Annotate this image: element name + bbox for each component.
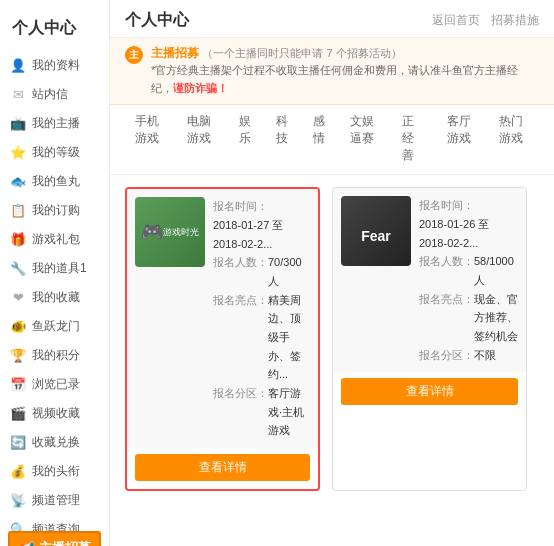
notice-content: *官方经典主播架个过程不收取主播任何佣金和费用，请认准斗鱼官方主播经纪，谨防诈骗… (151, 62, 539, 97)
notice-text: *官方经典主播架个过程不收取主播任何佣金和费用，请认准斗鱼官方主播经纪，谨防诈骗… (151, 64, 518, 94)
fish2-icon: 🐠 (10, 319, 26, 335)
sidebar-item-my-fish[interactable]: 🐟 我的鱼丸 (0, 167, 109, 196)
order-icon: 📋 (10, 203, 26, 219)
sidebar-item-video[interactable]: 🎬 视频收藏 (0, 399, 109, 428)
card2-thumb: Fear (341, 196, 411, 266)
page-title: 个人中心 (125, 10, 189, 31)
sidebar-label: 游戏礼包 (32, 231, 80, 248)
label-recruit-time: 报名时间： (213, 197, 268, 216)
sidebar-label: 我的等级 (32, 144, 80, 161)
notice-bar: 主 主播招募 （一个主播同时只能申请 7 个招募活动） *官方经典主播架个过程不… (110, 38, 554, 105)
sidebar-item-order[interactable]: 📋 我的订购 (0, 196, 109, 225)
sidebar-label: 我的订购 (32, 202, 80, 219)
notice-subtitle: （一个主播同时只能申请 7 个招募活动） (202, 47, 401, 59)
card2-count: 58/1000 人 (474, 252, 518, 289)
sidebar-label: 浏览已录 (32, 376, 80, 393)
video-icon: 🎬 (10, 406, 26, 422)
main-header: 个人中心 返回首页 招募措施 (110, 0, 554, 38)
sidebar-item-my-tool[interactable]: 🔧 我的道具1 (0, 254, 109, 283)
sidebar-label: 视频收藏 (32, 405, 80, 422)
label-features2: 报名亮点： (419, 290, 474, 346)
sidebar-title: 个人中心 (0, 10, 109, 51)
sidebar-item-profile[interactable]: 👤 我的资料 (0, 51, 109, 80)
sidebar-item-history[interactable]: 📅 浏览已录 (0, 370, 109, 399)
card1-division: 客厅游戏·主机游戏 (268, 384, 310, 440)
history-icon: 📅 (10, 377, 26, 393)
sidebar-item-wallet[interactable]: 💰 我的头衔 (0, 457, 109, 486)
anchor-label: 主播招募 (39, 539, 91, 546)
card1-detail-button[interactable]: 查看详情 (135, 454, 310, 481)
star-icon: ⭐ (10, 145, 26, 161)
sidebar-label: 我的收藏 (32, 289, 80, 306)
card2-division: 不限 (474, 346, 496, 365)
sidebar-item-fish-door[interactable]: 🐠 鱼跃龙门 (0, 312, 109, 341)
card1-recruit-time: 2018-01-27 至 2018-02-2... (213, 216, 310, 253)
label-division: 报名分区： (213, 384, 268, 440)
recruit-link[interactable]: 招募措施 (491, 13, 539, 27)
card2-thumb-text: Fear (361, 228, 391, 244)
tab-tech[interactable]: 科技 (266, 105, 301, 174)
tab-guest[interactable]: 客厅游戏 (437, 105, 487, 174)
anchor-recruit-button[interactable]: 📢 主播招募 (8, 531, 101, 546)
back-home-link[interactable]: 返回首页 (432, 13, 480, 27)
mail-icon: ✉ (10, 87, 26, 103)
card1-image-row: 🎮 游戏时光 报名时间： 2018-01-27 至 2018-02-2... 报… (127, 189, 318, 448)
heart-icon: ❤ (10, 290, 26, 306)
channel-icon: 📡 (10, 493, 26, 509)
sidebar-label: 站内信 (32, 86, 68, 103)
sidebar: 个人中心 👤 我的资料 ✉ 站内信 📺 我的主播 ⭐ 我的等级 🐟 我的鱼丸 📋… (0, 0, 110, 546)
main-content: 个人中心 返回首页 招募措施 主 主播招募 （一个主播同时只能申请 7 个招募活… (110, 0, 554, 546)
sidebar-label: 频道管理 (32, 492, 80, 509)
sidebar-label: 我的主播 (32, 115, 80, 132)
notice-highlight: 谨防诈骗！ (173, 82, 228, 94)
card2-footer: 查看详情 (333, 372, 526, 413)
tab-emotion[interactable]: 感情 (303, 105, 338, 174)
sidebar-item-channel-manage[interactable]: 📡 频道管理 (0, 486, 109, 515)
card1-footer: 查看详情 (127, 448, 318, 489)
card2-recruit-time: 2018-01-26 至 2018-02-2... (419, 215, 518, 252)
sidebar-item-my-level[interactable]: ⭐ 我的等级 (0, 138, 109, 167)
swap-icon: 🔄 (10, 435, 26, 451)
tab-hot[interactable]: 热门游戏 (489, 105, 539, 174)
tab-official[interactable]: 正经善 (392, 105, 435, 174)
tab-mobile[interactable]: 手机游戏 (125, 105, 175, 174)
cards-area: 🎮 游戏时光 报名时间： 2018-01-27 至 2018-02-2... 报… (110, 175, 554, 503)
sidebar-item-my-anchor[interactable]: 📺 我的主播 (0, 109, 109, 138)
sidebar-label: 我的道具1 (32, 260, 87, 277)
trophy-icon: 🏆 (10, 348, 26, 364)
sidebar-item-internal[interactable]: ✉ 站内信 (0, 80, 109, 109)
label-features: 报名亮点： (213, 291, 268, 384)
label-recruit-count: 报名人数： (213, 253, 268, 290)
sidebar-item-score[interactable]: 🏆 我的积分 (0, 341, 109, 370)
card1-info: 报名时间： 2018-01-27 至 2018-02-2... 报名人数：70/… (213, 197, 310, 440)
sidebar-label: 我的资料 (32, 57, 80, 74)
tab-pc[interactable]: 电脑游戏 (177, 105, 227, 174)
tool-icon: 🔧 (10, 261, 26, 277)
sidebar-label: 我的鱼丸 (32, 173, 80, 190)
sidebar-item-my-follow[interactable]: ❤ 我的收藏 (0, 283, 109, 312)
wallet-icon: 💰 (10, 464, 26, 480)
card2-features: 现金、官方推荐、签约机会 (474, 290, 518, 346)
card2-detail-button[interactable]: 查看详情 (341, 378, 518, 405)
tab-bar: 手机游戏 电脑游戏 娱乐 科技 感情 文娱逼赛 正经善 客厅游戏 热门游戏 (110, 105, 554, 175)
header-links: 返回首页 招募措施 (424, 12, 539, 29)
label-division2: 报名分区： (419, 346, 474, 365)
sidebar-label: 我的头衔 (32, 463, 80, 480)
label-recruit-count2: 报名人数： (419, 252, 474, 289)
notice-body: 主播招募 （一个主播同时只能申请 7 个招募活动） *官方经典主播架个过程不收取… (151, 45, 539, 97)
sidebar-item-game-gift[interactable]: 🎁 游戏礼包 (0, 225, 109, 254)
card1-thumb: 🎮 游戏时光 (135, 197, 205, 267)
sidebar-bottom: 📢 主播招募 (0, 523, 109, 546)
tab-culture[interactable]: 文娱逼赛 (340, 105, 390, 174)
sidebar-label: 我的积分 (32, 347, 80, 364)
sidebar-item-collect-swap[interactable]: 🔄 收藏兑换 (0, 428, 109, 457)
sidebar-label: 鱼跃龙门 (32, 318, 80, 335)
card1-count: 70/300 人 (268, 253, 310, 290)
label-recruit-time2: 报名时间： (419, 196, 474, 215)
gift-icon: 🎁 (10, 232, 26, 248)
profile-icon: 👤 (10, 58, 26, 74)
game-card-2: Fear 报名时间： 2018-01-26 至 2018-02-2... 报名人… (332, 187, 527, 491)
tab-entertainment[interactable]: 娱乐 (229, 105, 264, 174)
anchor-icon: 📢 (19, 541, 35, 547)
tv-icon: 📺 (10, 116, 26, 132)
